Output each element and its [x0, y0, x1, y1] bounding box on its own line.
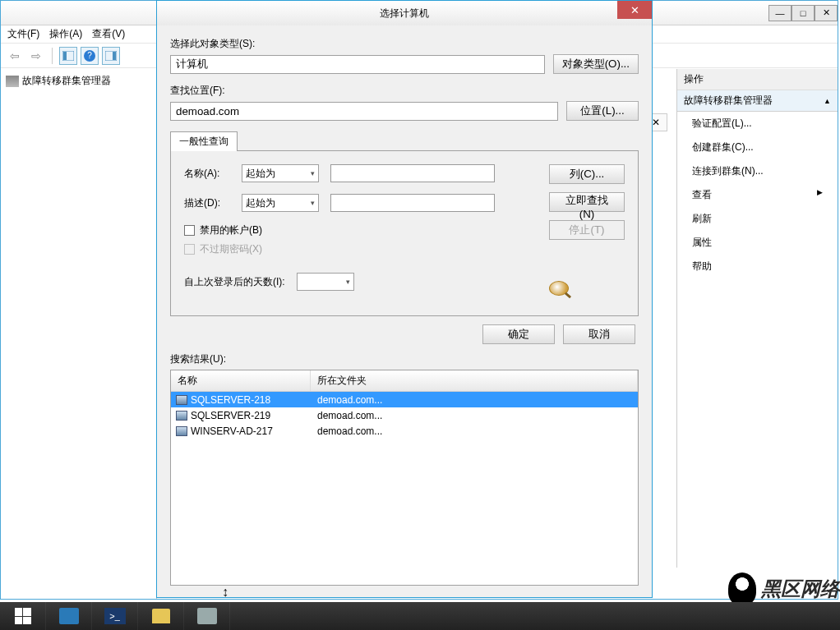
actions-pane: 操作 故障转移群集管理器 ▲ 验证配置(L)...▶创建群集(C)...▶连接到… — [676, 69, 838, 568]
description-label: 描述(D): — [184, 196, 230, 210]
tree-root-item[interactable]: 故障转移群集管理器 — [1, 72, 156, 90]
svg-rect-3 — [113, 52, 116, 60]
object-type-field — [170, 55, 545, 74]
close-button[interactable]: ✕ — [815, 5, 838, 21]
actions-subheader[interactable]: 故障转移群集管理器 ▲ — [677, 90, 838, 112]
dialog-titlebar: 选择计算机 ✕ — [157, 1, 652, 25]
table-row[interactable]: SQLSERVER-219demoad.com... — [171, 407, 638, 423]
results-label: 搜索结果(U): — [170, 352, 639, 366]
col-folder-header[interactable]: 所在文件夹 — [311, 370, 638, 391]
tree-root-label: 故障转移群集管理器 — [22, 74, 111, 88]
tree-pane: 故障转移群集管理器 — [1, 69, 157, 599]
file-explorer-icon[interactable] — [138, 602, 184, 630]
help-button[interactable]: ? — [81, 47, 99, 65]
checkbox-icon — [184, 244, 195, 255]
actions-item[interactable]: 查看▶ — [677, 183, 838, 207]
search-icon — [549, 281, 579, 301]
server-manager-icon[interactable] — [46, 602, 92, 630]
computer-icon — [176, 426, 187, 436]
table-row[interactable]: WINSERV-AD-217demoad.com... — [171, 423, 638, 439]
location-field — [170, 102, 558, 121]
results-table: 名称 所在文件夹 SQLSERVER-218demoad.com...SQLSE… — [170, 370, 639, 586]
find-now-button[interactable]: 立即查找(N) — [549, 192, 625, 212]
description-input[interactable] — [330, 194, 495, 212]
location-label: 查找位置(F): — [170, 84, 639, 98]
show-hide-action-pane-button[interactable] — [102, 47, 120, 65]
name-label: 名称(A): — [184, 167, 230, 181]
cluster-manager-taskbar-icon[interactable] — [184, 602, 230, 630]
actions-item[interactable]: 属性▶ — [677, 231, 838, 255]
actions-item[interactable]: 验证配置(L)...▶ — [677, 112, 838, 136]
nav-back-button[interactable]: ⇦ — [6, 47, 24, 65]
actions-item[interactable]: 创建群集(C)...▶ — [677, 136, 838, 159]
tab-common-queries[interactable]: 一般性查询 — [170, 131, 238, 151]
stop-button: 停止(T) — [549, 220, 625, 240]
dialog-close-button[interactable]: ✕ — [617, 1, 652, 19]
taskbar: >_ — [0, 602, 840, 630]
nav-forward-button[interactable]: ⇨ — [27, 47, 45, 65]
cancel-button[interactable]: 取消 — [563, 324, 635, 344]
table-header: 名称 所在文件夹 — [171, 370, 638, 392]
minimize-button[interactable]: — — [768, 5, 792, 21]
menu-file[interactable]: 文件(F) — [7, 27, 39, 41]
maximize-button[interactable]: □ — [792, 5, 815, 21]
query-panel: 名称(A): 起始为 ▾ 描述(D): 起始为 ▾ — [170, 150, 639, 316]
non-expiring-password-checkbox: 不过期密码(X) — [184, 242, 536, 256]
object-type-label: 选择此对象类型(S): — [170, 37, 639, 51]
powershell-icon[interactable]: >_ — [92, 602, 138, 630]
object-types-button[interactable]: 对象类型(O)... — [553, 54, 639, 74]
desc-match-select[interactable]: 起始为 ▾ — [242, 194, 319, 212]
actions-subheader-label: 故障转移群集管理器 — [684, 94, 773, 108]
cluster-icon — [6, 76, 19, 87]
menu-view[interactable]: 查看(V) — [92, 27, 125, 41]
actions-item[interactable]: 刷新▶ — [677, 207, 838, 231]
dialog-title: 选择计算机 — [380, 7, 429, 21]
checkbox-icon — [184, 225, 195, 236]
chevron-down-icon: ▾ — [311, 199, 315, 207]
show-hide-tree-button[interactable] — [59, 47, 77, 65]
actions-item[interactable]: 连接到群集(N)...▶ — [677, 159, 838, 183]
menu-action[interactable]: 操作(A) — [49, 27, 82, 41]
disabled-accounts-checkbox[interactable]: 禁用的帐户(B) — [184, 223, 536, 237]
chevron-right-icon: ▶ — [817, 188, 823, 202]
chevron-down-icon: ▾ — [346, 278, 350, 286]
table-row[interactable]: SQLSERVER-218demoad.com... — [171, 392, 638, 407]
name-input[interactable] — [330, 164, 495, 182]
columns-button[interactable]: 列(C)... — [549, 164, 625, 184]
name-match-select[interactable]: 起始为 ▾ — [242, 164, 319, 182]
actions-header: 操作 — [677, 69, 838, 90]
days-since-logon-label: 自上次登录后的天数(I): — [184, 275, 285, 289]
locations-button[interactable]: 位置(L)... — [566, 101, 639, 121]
days-since-logon-select[interactable]: ▾ — [297, 273, 354, 291]
ok-button[interactable]: 确定 — [482, 324, 555, 344]
chevron-down-icon: ▾ — [311, 169, 315, 177]
select-computer-dialog: 选择计算机 ✕ 选择此对象类型(S): 对象类型(O)... 查找位置(F): … — [156, 0, 653, 598]
collapse-icon: ▲ — [824, 97, 831, 105]
col-name-header[interactable]: 名称 — [171, 370, 311, 391]
computer-icon — [176, 395, 187, 405]
actions-item[interactable]: 帮助▶ — [677, 255, 838, 278]
computer-icon — [176, 411, 187, 421]
start-button[interactable] — [0, 602, 46, 630]
svg-rect-1 — [63, 52, 67, 60]
